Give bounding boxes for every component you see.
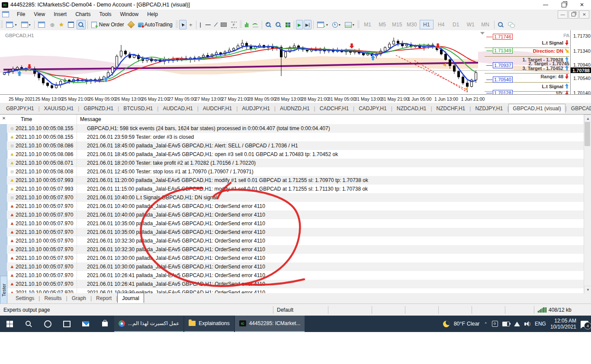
journal-scrollbar[interactable]: ▲ ▼ xyxy=(584,115,591,294)
journal-row[interactable]: ▲2021.10.10 00:05:07.9702021.06.01 10:40… xyxy=(7,211,584,219)
journal-row[interactable]: ◎2021.10.10 00:05:08.0862021.06.01 18:45… xyxy=(7,141,584,150)
tile-windows-button[interactable] xyxy=(284,20,292,29)
terminal-button[interactable] xyxy=(66,20,76,29)
journal-row[interactable]: ◎2021.10.10 00:05:08.0082021.06.01 12:45… xyxy=(7,167,584,176)
weather-moon-icon[interactable] xyxy=(443,321,450,327)
task-view-button[interactable] xyxy=(57,316,76,332)
menu-view[interactable]: View xyxy=(29,10,49,19)
zoom-out-button[interactable]: - xyxy=(274,20,283,29)
timeframe-m30[interactable]: M30 xyxy=(405,20,419,29)
vertical-line-button[interactable]: | xyxy=(198,20,203,29)
timeframe-m1[interactable]: M1 xyxy=(361,20,375,29)
symbol-tab-gbpcad[interactable]: GBPCAD,H1 (visual) xyxy=(508,104,565,113)
journal-row[interactable]: ▲2021.10.10 00:05:08.0862021.06.01 18:45… xyxy=(7,150,584,159)
minimize-button[interactable]: — xyxy=(536,0,555,10)
timeframe-d1[interactable]: D1 xyxy=(449,20,463,29)
journal-row[interactable]: ▲2021.10.10 00:05:07.9702021.06.01 10:35… xyxy=(7,219,584,228)
journal-row[interactable]: ▲2021.10.10 00:05:07.9702021.06.01 10:40… xyxy=(7,202,584,211)
language-indicator[interactable]: ENG xyxy=(535,321,546,327)
scroll-thumb[interactable] xyxy=(585,122,590,146)
scroll-up-icon[interactable]: ▲ xyxy=(584,115,591,122)
journal-row[interactable]: ▲2021.10.10 00:05:07.9702021.06.01 10:30… xyxy=(7,254,584,262)
timeframe-m15[interactable]: M15 xyxy=(390,20,404,29)
volume-icon[interactable]: ) xyxy=(524,321,530,326)
chart-area[interactable]: GBPCAD,H1 PAL.t SignalDirection: DN1. Ta… xyxy=(0,30,591,103)
trendline-button[interactable]: / xyxy=(213,20,218,29)
taskbar-search-button[interactable] xyxy=(19,316,38,332)
journal-row[interactable]: ▲2021.10.10 00:05:07.9702021.06.01 10:26… xyxy=(7,271,584,280)
tester-tab-results[interactable]: Results xyxy=(40,294,66,303)
community-button[interactable] xyxy=(506,20,516,29)
chart-canvas[interactable] xyxy=(0,30,571,94)
panel-close-icon[interactable]: ✕ xyxy=(1,116,6,121)
symbol-tab-audjpy[interactable]: AUDJPY,H1 xyxy=(238,104,274,113)
symbol-tab-audcad[interactable]: AUDCAD,H1 xyxy=(158,104,197,113)
menu-help[interactable]: Help xyxy=(143,10,162,19)
symbol-tab-gbpjpy[interactable]: GBPJPY,H1 xyxy=(2,104,38,113)
timeframe-h4[interactable]: H4 xyxy=(434,20,448,29)
tray-app-icon[interactable] xyxy=(492,321,498,327)
toolbar-grip[interactable] xyxy=(176,21,178,29)
journal-row[interactable]: ▲2021.10.10 00:05:08.0712021.06.01 18:20… xyxy=(7,159,584,167)
menu-file[interactable]: File xyxy=(13,10,29,19)
journal-row[interactable]: ▲2021.10.10 00:05:07.9702021.06.01 10:26… xyxy=(7,280,584,288)
tester-tab-journal[interactable]: Journal xyxy=(117,293,144,303)
symbol-tab-cadchf[interactable]: CADCHF,H1 xyxy=(315,104,353,113)
symbol-tab-gbpcad[interactable]: GBPCAD,H1 xyxy=(567,104,591,113)
journal-row[interactable]: ◎2021.10.10 00:05:07.9702021.06.01 10:40… xyxy=(7,193,584,202)
child-close-button[interactable]: ✕ xyxy=(579,10,589,19)
strategy-tester-button[interactable] xyxy=(77,20,86,29)
autotrading-button[interactable]: AutoTrading xyxy=(136,20,174,29)
taskbar-clock[interactable]: 12:05 AM 10/10/2021 xyxy=(550,318,576,330)
timeframe-mn[interactable]: MN xyxy=(479,20,492,29)
journal-row[interactable]: ▲2021.10.10 00:05:07.9932021.06.01 11:20… xyxy=(7,176,584,185)
horizontal-line-button[interactable]: — xyxy=(204,20,212,29)
indicators-button[interactable]: +▾ xyxy=(315,20,330,29)
journal-row[interactable]: ▲2021.10.10 00:05:07.9702021.06.01 10:30… xyxy=(7,262,584,271)
profiles-button[interactable]: ▾ xyxy=(19,20,32,29)
symbol-tab-btcusd[interactable]: BTCUSD,H1 xyxy=(119,104,157,113)
fibonacci-button[interactable]: F xyxy=(229,20,238,29)
search-button[interactable] xyxy=(496,20,505,29)
scroll-down-icon[interactable]: ▼ xyxy=(584,286,591,294)
profile-cell[interactable]: Default xyxy=(273,306,328,314)
child-minimize-button[interactable]: — xyxy=(558,10,568,19)
journal-row[interactable]: ◎2021.10.10 00:05:08.155GBPCAD,H1: 598 t… xyxy=(7,124,584,133)
symbol-tab-xauusd[interactable]: XAUUSD,H1 xyxy=(40,104,78,113)
weather-text[interactable]: 80°F Clear xyxy=(454,321,480,327)
symbol-tab-nzdjpy[interactable]: NZDJPY,H1 xyxy=(471,104,507,113)
symbol-tab-audchf[interactable]: AUDCHF,H1 xyxy=(199,104,236,113)
chart-child-icon[interactable] xyxy=(2,11,9,17)
new-chart-button[interactable]: +▾ xyxy=(4,20,19,29)
folder-task-button[interactable]: Explainations xyxy=(184,316,234,332)
symbol-tab-cadjpy[interactable]: CADJPY,H1 xyxy=(354,104,391,113)
bar-chart-button[interactable] xyxy=(243,20,250,29)
journal-row[interactable]: ▲2021.10.10 00:05:07.9702021.06.01 10:35… xyxy=(7,228,584,236)
journal-row[interactable]: ▲2021.10.10 00:05:07.9702021.06.01 10:32… xyxy=(7,245,584,254)
market-watch-button[interactable]: ▲▼ xyxy=(36,20,48,29)
store-button[interactable] xyxy=(95,316,114,332)
tester-side-tab[interactable]: Tester xyxy=(0,276,7,304)
zoom-in-button[interactable]: + xyxy=(264,20,273,29)
wifi-icon[interactable] xyxy=(514,322,520,326)
symbol-tab-nzdcad[interactable]: NZDCAD,H1 xyxy=(392,104,431,113)
child-restore-button[interactable] xyxy=(569,10,578,19)
channel-button[interactable] xyxy=(219,20,228,29)
timeframe-w1[interactable]: W1 xyxy=(464,20,478,29)
menu-tools[interactable]: Tools xyxy=(95,10,116,19)
menu-charts[interactable]: Charts xyxy=(71,10,95,19)
cursor-tool-button[interactable]: ➤ xyxy=(179,20,186,29)
journal-column-divider[interactable] xyxy=(77,115,77,294)
periods-button[interactable]: ▾ xyxy=(331,20,342,29)
menu-window[interactable]: Window xyxy=(116,10,143,19)
close-button[interactable]: ✕ xyxy=(573,0,591,10)
line-chart-button[interactable] xyxy=(251,20,260,29)
timeframe-h1[interactable]: H1 xyxy=(420,20,434,29)
symbol-tab-audnzd[interactable]: AUDNZD,H1 xyxy=(276,104,314,113)
tray-expand-icon[interactable]: ⌃ xyxy=(484,322,488,326)
journal-row[interactable]: ▲2021.10.10 00:05:07.9932021.06.01 11:15… xyxy=(7,185,584,193)
tester-tab-graph[interactable]: Graph xyxy=(67,294,90,303)
toolbar-grip[interactable] xyxy=(240,21,242,29)
chart-shift-button[interactable]: ▶| xyxy=(304,20,312,29)
menu-insert[interactable]: Insert xyxy=(49,10,71,19)
